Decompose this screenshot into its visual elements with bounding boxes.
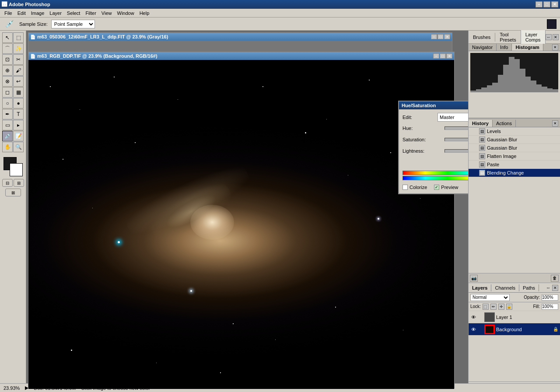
lasso-tool[interactable]: ⌒	[2, 43, 13, 54]
history-panel-close[interactable]: ✕	[552, 120, 558, 126]
layer-row-1[interactable]: 👁 Layer 1	[469, 311, 560, 323]
delete-history-btn[interactable]: 🗑	[551, 275, 559, 282]
galaxy-image[interactable]	[28, 60, 454, 389]
menu-edit[interactable]: Edit	[15, 10, 28, 17]
doc-minimize-1[interactable]: −	[431, 34, 437, 39]
history-list: ▤ Levels ▤ Gaussian Blur ▤ Gaussian Blur…	[469, 127, 560, 273]
magic-wand-tool[interactable]: ✨	[13, 43, 24, 54]
history-item-label: Levels	[487, 129, 501, 134]
gradient-tool[interactable]: ▦	[13, 87, 24, 98]
text-tool[interactable]: T	[13, 109, 24, 119]
actions-tab[interactable]: Actions	[493, 120, 516, 127]
preset-panel-close[interactable]: ✕	[553, 34, 559, 40]
layers-panel-expand[interactable]: ↔	[545, 285, 551, 290]
doc-titlebar-1[interactable]: 📄 m63_050306_12i60mF_LR3_L_ddp.FIT @ 23.…	[28, 33, 452, 41]
history-item-flatten[interactable]: ▤ Flatten Image	[469, 152, 560, 161]
menu-file[interactable]: File	[2, 10, 15, 17]
background-name: Background	[496, 327, 552, 332]
doc-titlebar-2[interactable]: 📄 m63_RGB_DDP.TIF @ 23.9% (Background, R…	[28, 52, 454, 60]
doc-maximize-1[interactable]: □	[438, 34, 444, 39]
opacity-input[interactable]	[542, 294, 558, 301]
history-item-paste[interactable]: ▤ Paste	[469, 161, 560, 169]
maximize-button[interactable]: □	[543, 1, 550, 7]
lock-pixels-btn[interactable]: ⬚	[483, 304, 489, 310]
brush-tool[interactable]: 🖌	[13, 65, 24, 76]
eyedropper-tool[interactable]: 💉	[2, 131, 13, 141]
doc-close-1[interactable]: ✕	[444, 34, 450, 39]
light-slider-track[interactable]	[444, 149, 468, 153]
dodge-tool[interactable]: ●	[13, 98, 24, 108]
info-tab[interactable]: Info	[497, 44, 512, 51]
zoom-tool[interactable]: 🔍	[13, 142, 24, 152]
eye-droppers: 💉 💉+ 💉−	[402, 158, 468, 168]
eraser-tool[interactable]: ◻	[2, 87, 13, 98]
history-item-blur2[interactable]: ▤ Gaussian Blur	[469, 144, 560, 152]
preset-panel-expand[interactable]: ↔	[546, 34, 552, 40]
paths-tab[interactable]: Paths	[519, 284, 539, 291]
menu-help[interactable]: Help	[137, 10, 152, 17]
history-item-blur1[interactable]: ▤ Gaussian Blur	[469, 136, 560, 144]
menu-select[interactable]: Select	[64, 10, 83, 17]
close-button[interactable]: ✕	[551, 1, 558, 7]
doc-maximize-2[interactable]: □	[440, 53, 446, 59]
fill-input[interactable]	[542, 304, 558, 310]
menu-filter[interactable]: Filter	[83, 10, 98, 17]
sat-slider-track[interactable]	[444, 138, 468, 141]
healing-tool[interactable]: ⊕	[2, 65, 13, 76]
hue-sat-titlebar[interactable]: Hue/Saturation ✕	[399, 102, 468, 109]
lock-move-btn[interactable]: ✛	[498, 304, 504, 310]
new-snapshot-btn[interactable]: 📷	[470, 275, 478, 282]
lock-all-btn[interactable]: 🔒	[506, 304, 512, 310]
layers-panel-close[interactable]: ✕	[552, 285, 558, 291]
histogram-tab[interactable]: Histogram	[512, 44, 543, 51]
background-visibility[interactable]: 👁	[470, 326, 476, 332]
history-item-levels[interactable]: ▤ Levels	[469, 127, 560, 136]
hue-slider-track[interactable]	[444, 126, 468, 130]
layer-comps-tab[interactable]: Layer Comps	[521, 30, 546, 44]
shape-tool[interactable]: ▭	[2, 120, 13, 130]
clone-tool[interactable]: ⊗	[2, 76, 13, 87]
sample-size-select[interactable]: Point Sample 3 by 3 Average 5 by 5 Avera…	[51, 20, 95, 28]
blur-tool[interactable]: ○	[2, 98, 13, 108]
colorize-checkbox[interactable]	[402, 185, 408, 190]
doc-minimize-2[interactable]: −	[433, 53, 439, 59]
history-brush-tool[interactable]: ↩	[13, 76, 24, 87]
layer-row-background[interactable]: 👁 Background 🔒	[469, 323, 560, 336]
layer-1-visibility[interactable]: 👁	[470, 314, 476, 320]
path-select-tool[interactable]: ▸	[13, 120, 24, 130]
doc-close-2[interactable]: ✕	[446, 53, 452, 59]
move-tool[interactable]: ↖	[2, 32, 13, 43]
selection-tool[interactable]: ⬚	[13, 32, 24, 43]
history-tab[interactable]: History	[469, 120, 493, 127]
menu-layer[interactable]: Layer	[47, 10, 64, 17]
slice-tool[interactable]: ✂	[13, 54, 24, 65]
blend-mode-select[interactable]: Normal Multiply Screen	[470, 294, 510, 301]
hand-tool[interactable]: ✋	[2, 142, 13, 152]
navigator-tab[interactable]: Navigator	[469, 44, 497, 51]
history-item-label: Paste	[487, 162, 499, 167]
minimize-button[interactable]: −	[536, 1, 542, 7]
history-item-blending[interactable]: ▤ Blending Change	[469, 169, 560, 177]
preview-checkbox[interactable]: ✓	[434, 185, 439, 190]
layers-tab[interactable]: Layers	[469, 284, 491, 291]
brushes-tab[interactable]: Brushes	[469, 33, 495, 42]
normal-mode-btn[interactable]: ⊟	[2, 179, 13, 187]
tool-presets-tab[interactable]: Tool Presets	[495, 30, 521, 44]
lightness-row: Lightness: 0	[402, 147, 468, 155]
channels-tab[interactable]: Channels	[491, 284, 519, 291]
lock-position-btn[interactable]: ✏	[490, 304, 497, 310]
mask-mode-btn[interactable]: ⊞	[14, 179, 24, 187]
crop-tool[interactable]: ⊡	[2, 54, 13, 65]
histogram-panel-close[interactable]: ✕	[552, 44, 558, 50]
screen-mode-btn[interactable]: ⊠	[5, 189, 21, 196]
background-color[interactable]	[10, 163, 23, 176]
pen-tool[interactable]: ✒	[2, 109, 13, 119]
menu-view[interactable]: View	[99, 10, 115, 17]
menu-image[interactable]: Image	[28, 10, 47, 17]
notes-tool[interactable]: 📝	[13, 131, 24, 141]
lock-label: Lock:	[470, 304, 481, 309]
edit-select[interactable]: Master Reds Yellows Greens Cyans Blues M…	[438, 113, 468, 122]
colorize-row: Colorize	[402, 185, 427, 190]
foreground-color-swatch[interactable]	[547, 19, 556, 29]
menu-window[interactable]: Window	[115, 10, 137, 17]
